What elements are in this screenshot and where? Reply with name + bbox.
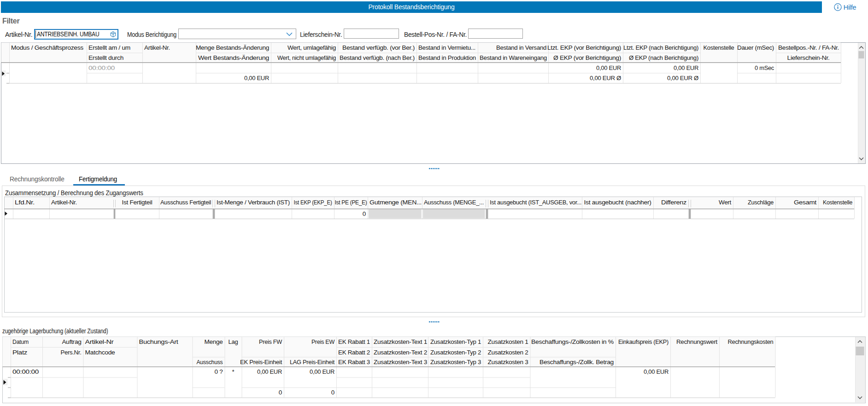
svg-text:Menge Bestands-Änderung: Menge Bestands-Änderung (196, 44, 269, 51)
svg-text:Datum: Datum (12, 338, 29, 345)
svg-text:LAG Preis-Einheit: LAG Preis-Einheit (290, 359, 335, 365)
svg-text:Platz: Platz (12, 349, 28, 356)
svg-text:Wert, nicht umlagefähig: Wert, nicht umlagefähig (277, 54, 336, 61)
svg-text:Artikel-Nr.: Artikel-Nr. (144, 44, 170, 51)
svg-text:Beschaffungs-/Zollkosten in %: Beschaffungs-/Zollkosten in % (531, 338, 614, 345)
svg-text:Bestellpos.-Nr. / FA-Nr.: Bestellpos.-Nr. / FA-Nr. (778, 44, 839, 51)
svg-text:0,00 EUR: 0,00 EUR (257, 368, 282, 375)
svg-text:Ist PE (PE_E): Ist PE (PE_E) (335, 199, 367, 206)
svg-text:Lag: Lag (229, 338, 238, 345)
svg-text:Erstellt durch: Erstellt durch (88, 54, 123, 61)
svg-text:Rechnungskosten: Rechnungskosten (728, 338, 774, 345)
svg-text:00:00:00: 00:00:00 (12, 368, 39, 375)
svg-text:Ø EKP (vor Berichtigung): Ø EKP (vor Berichtigung) (553, 54, 621, 61)
svg-text:Bestand verfügb. (vor Ber.): Bestand verfügb. (vor Ber.) (342, 44, 415, 51)
svg-text:Wert: Wert (719, 199, 732, 206)
svg-text:Zusatzkosten 1: Zusatzkosten 1 (488, 338, 528, 345)
svg-text:*: * (232, 368, 235, 375)
svg-text:Bestand in Produktion: Bestand in Produktion (418, 54, 476, 61)
svg-text:0,00 EUR: 0,00 EUR (674, 64, 699, 71)
svg-text:Lfd.Nr.: Lfd.Nr. (15, 199, 35, 206)
svg-text:Zuschläge: Zuschläge (748, 199, 774, 206)
svg-text:Ltzt. EKP (vor Berichtigung): Ltzt. EKP (vor Berichtigung) (547, 44, 621, 51)
svg-text:0 ?: 0 ? (215, 368, 223, 375)
svg-text:0,00 EUR: 0,00 EUR (644, 368, 669, 375)
svg-text:Preis EW: Preis EW (311, 338, 335, 345)
svg-text:Menge: Menge (205, 338, 223, 345)
svg-text:Dauer (mSec): Dauer (mSec) (737, 44, 774, 51)
svg-text:Zusatzkosten-Text 2: Zusatzkosten-Text 2 (374, 349, 427, 356)
svg-text:0,00 EUR Ø: 0,00 EUR Ø (667, 75, 699, 81)
svg-text:Ø EKP (nach Berichtigung): Ø EKP (nach Berichtigung) (629, 54, 698, 61)
svg-text:Zusatzkosten-Text 1: Zusatzkosten-Text 1 (374, 338, 427, 345)
svg-text:Ausschuss: Ausschuss (197, 359, 223, 365)
svg-text:0,00 EUR Ø: 0,00 EUR Ø (590, 75, 622, 81)
svg-text:Wert Bestands-Änderung: Wert Bestands-Änderung (198, 54, 269, 61)
svg-text:Zusatzkosten-Typ 1: Zusatzkosten-Typ 1 (430, 338, 481, 345)
svg-text:Pers.Nr.: Pers.Nr. (61, 349, 82, 356)
svg-text:Ist ausgebucht (nachher): Ist ausgebucht (nachher) (584, 199, 651, 206)
svg-text:Erstellt am / um: Erstellt am / um (88, 44, 130, 51)
svg-text:EK Rabatt 1: EK Rabatt 1 (338, 338, 370, 345)
svg-text:EK Rabatt 2: EK Rabatt 2 (338, 349, 370, 356)
svg-text:Zusatzkosten-Text 3: Zusatzkosten-Text 3 (374, 359, 427, 365)
svg-text:Artikel-Nr: Artikel-Nr (85, 338, 114, 345)
svg-text:Auftrag: Auftrag (62, 338, 82, 345)
svg-text:Zusatzkosten-Typ 3: Zusatzkosten-Typ 3 (430, 359, 481, 365)
svg-text:0,00 EUR: 0,00 EUR (596, 64, 622, 71)
svg-text:Bestand verfügb. (nach Ber.): Bestand verfügb. (nach Ber.) (340, 54, 415, 61)
svg-text:0: 0 (279, 389, 282, 396)
svg-text:0: 0 (331, 389, 334, 396)
svg-text:Bestand in Versand: Bestand in Versand (496, 44, 546, 51)
svg-text:Kostenstelle: Kostenstelle (823, 199, 852, 206)
svg-text:Modus / Geschäftsprozess: Modus / Geschäftsprozess (11, 44, 84, 51)
svg-text:Ist Fertigteil: Ist Fertigteil (122, 199, 152, 206)
svg-text:Ausschuss Fertigteil: Ausschuss Fertigteil (160, 199, 211, 206)
svg-text:Zusatzkosten-Typ 2: Zusatzkosten-Typ 2 (430, 349, 481, 356)
svg-text:Beschaffungs-/Zollk. Betrag: Beschaffungs-/Zollk. Betrag (540, 359, 614, 365)
svg-text:Ist-Menge / Verbrauch (IST): Ist-Menge / Verbrauch (IST) (217, 199, 290, 206)
svg-text:Zusatzkosten 2: Zusatzkosten 2 (488, 349, 528, 356)
svg-text:Bestand in Vermietu...: Bestand in Vermietu... (418, 44, 475, 51)
svg-text:Differenz: Differenz (661, 199, 687, 206)
svg-text:Gutmenge (MEN...: Gutmenge (MEN... (369, 199, 422, 206)
svg-text:0,00 EUR: 0,00 EUR (244, 75, 270, 81)
svg-text:Ltzt. EKP (nach Berichtigung): Ltzt. EKP (nach Berichtigung) (623, 44, 698, 51)
svg-text:Gesamt: Gesamt (794, 199, 817, 206)
svg-text:00:00:00: 00:00:00 (88, 64, 115, 71)
svg-text:0: 0 (363, 210, 366, 217)
svg-text:EK Rabatt 3: EK Rabatt 3 (338, 359, 370, 365)
svg-text:Preis FW: Preis FW (259, 338, 282, 345)
svg-text:Zusatzkosten 3: Zusatzkosten 3 (488, 359, 528, 365)
svg-text:Ist EKP (EKP_E): Ist EKP (EKP_E) (294, 199, 332, 206)
svg-text:Bestand in Wareneingang: Bestand in Wareneingang (480, 54, 547, 61)
svg-text:0,00 EUR: 0,00 EUR (310, 368, 335, 375)
svg-text:Rechnungswert: Rechnungswert (676, 338, 718, 345)
svg-text:Kostenstelle: Kostenstelle (704, 44, 734, 51)
svg-text:Ausschuss (MENGE_...: Ausschuss (MENGE_... (424, 199, 484, 206)
svg-text:Wert, umlagefähig: Wert, umlagefähig (287, 44, 336, 51)
svg-text:Ist ausgebucht (IST_AUSGEB, vo: Ist ausgebucht (IST_AUSGEB, vor... (490, 199, 581, 206)
svg-text:Artikel-Nr.: Artikel-Nr. (51, 199, 77, 206)
svg-text:Matchcode: Matchcode (85, 349, 115, 356)
svg-text:EK Preis-Einheit: EK Preis-Einheit (240, 359, 282, 365)
svg-text:0 mSec: 0 mSec (755, 64, 774, 71)
svg-text:Einkaufspreis (EKP): Einkaufspreis (EKP) (618, 338, 669, 345)
svg-text:Lieferschein-Nr.: Lieferschein-Nr. (787, 54, 830, 61)
svg-text:Buchungs-Art: Buchungs-Art (139, 338, 179, 345)
